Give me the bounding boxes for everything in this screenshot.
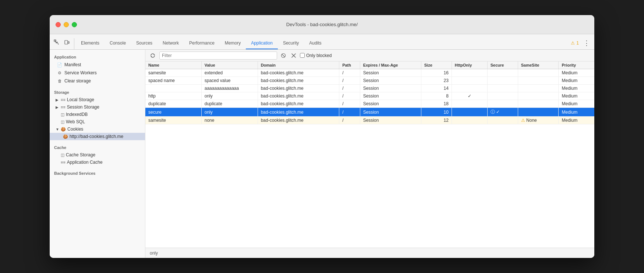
clear-icon[interactable] — [290, 52, 298, 60]
cookies-label: Cookies — [67, 127, 83, 132]
indexeddb-label: IndexedDB — [66, 112, 88, 117]
table-cell — [452, 85, 487, 92]
sidebar-item-session-storage[interactable]: ≡≡ Session Storage — [50, 103, 145, 111]
table-row[interactable]: aaaaaaaaaaaaaabad-cookies.glitch.me/Sess… — [145, 85, 594, 92]
sidebar-item-cache-storage[interactable]: ◫ Cache Storage — [50, 151, 145, 159]
minimize-button[interactable] — [64, 22, 69, 27]
col-size[interactable]: Size — [421, 61, 452, 69]
sidebar-section-application: Application — [50, 53, 145, 61]
col-path[interactable]: Path — [339, 61, 360, 69]
table-row[interactable]: samesitenonebad-cookies.glitch.me/Sessio… — [145, 117, 594, 124]
tab-sources[interactable]: Sources — [131, 38, 158, 49]
sidebar-item-cookie-url[interactable]: 🍪 http://bad-cookies.glitch.me — [50, 133, 145, 140]
block-icon[interactable] — [279, 52, 287, 60]
table-cell: bad-cookies.glitch.me — [258, 77, 339, 85]
cookies-table-body: samesiteextendedbad-cookies.glitch.me/Se… — [145, 69, 594, 124]
table-cell — [518, 108, 559, 117]
table-cell: bad-cookies.glitch.me — [258, 117, 339, 124]
service-workers-label: Service Workers — [64, 70, 97, 75]
table-row[interactable]: duplicateduplicatebad-cookies.glitch.me/… — [145, 100, 594, 108]
sidebar-item-service-workers[interactable]: ⚙ Service Workers — [50, 69, 145, 77]
sidebar-section-background: Background Services — [50, 169, 145, 177]
col-domain[interactable]: Domain — [258, 61, 339, 69]
col-httponly[interactable]: HttpOnly — [452, 61, 487, 69]
tab-memory[interactable]: Memory — [220, 38, 246, 49]
table-cell: 14 — [421, 85, 452, 92]
table-row[interactable]: httponlybad-cookies.glitch.me/Session8✓M… — [145, 92, 594, 100]
sidebar-item-clear-storage[interactable]: 🗑 Clear storage — [50, 77, 145, 85]
col-samesite[interactable]: SameSite — [518, 61, 559, 69]
devtools-icons — [53, 38, 74, 49]
session-storage-arrow — [56, 105, 59, 109]
only-blocked-label[interactable]: Only blocked — [300, 53, 332, 58]
sidebar-item-cookies[interactable]: 🍪 Cookies — [50, 125, 145, 133]
table-cell: http — [145, 92, 201, 100]
table-cell: 12 — [421, 117, 452, 124]
warning-badge[interactable]: ⚠ 1 — [571, 40, 579, 46]
table-cell: bad-cookies.glitch.me — [258, 100, 339, 108]
tab-performance[interactable]: Performance — [184, 38, 220, 49]
maximize-button[interactable] — [72, 22, 77, 27]
table-cell: extended — [201, 69, 258, 77]
inspect-icon[interactable] — [53, 38, 61, 46]
table-cell: bad-cookies.glitch.me — [258, 108, 339, 117]
manifest-label: Manifest — [64, 62, 81, 67]
warning-count: 1 — [576, 40, 579, 46]
device-icon[interactable] — [63, 38, 71, 46]
sidebar-item-application-cache[interactable]: ≡≡ Application Cache — [50, 159, 145, 166]
application-cache-icon: ≡≡ — [61, 160, 66, 164]
table-cell — [452, 100, 487, 108]
refresh-button[interactable] — [148, 51, 157, 60]
table-row[interactable]: secureonlybad-cookies.glitch.me/Session1… — [145, 108, 594, 117]
table-cell: only — [201, 92, 258, 100]
sidebar-item-local-storage[interactable]: ≡≡ Local Storage — [50, 96, 145, 103]
clear-storage-icon: 🗑 — [57, 79, 62, 83]
col-name[interactable]: Name — [145, 61, 201, 69]
table-cell — [487, 117, 518, 124]
sidebar: Application 📄 Manifest ⚙ Service Workers… — [50, 50, 145, 258]
table-cell: Medium — [559, 100, 594, 108]
bottom-value: only — [150, 251, 158, 256]
table-cell: Medium — [559, 92, 594, 100]
col-priority[interactable]: Priority — [559, 61, 594, 69]
session-storage-label: Session Storage — [67, 104, 99, 110]
tab-console[interactable]: Console — [105, 38, 131, 49]
bottom-bar: only — [145, 248, 594, 258]
col-expires[interactable]: Expires / Max-Age — [360, 61, 421, 69]
table-cell — [452, 108, 487, 117]
table-cell: samesite — [145, 69, 201, 77]
tab-audits[interactable]: Audits — [304, 38, 326, 49]
table-row[interactable]: samesiteextendedbad-cookies.glitch.me/Se… — [145, 69, 594, 77]
sidebar-item-web-sql[interactable]: ◫ Web SQL — [50, 118, 145, 125]
web-sql-label: Web SQL — [66, 119, 85, 124]
col-secure[interactable]: Secure — [487, 61, 518, 69]
sidebar-item-manifest[interactable]: 📄 Manifest — [50, 61, 145, 69]
table-cell — [487, 77, 518, 85]
table-cell: ⚠ None — [518, 117, 559, 124]
more-button[interactable]: ⋮ — [582, 39, 591, 47]
table-cell: / — [339, 69, 360, 77]
tab-elements[interactable]: Elements — [76, 38, 105, 49]
close-button[interactable] — [56, 22, 61, 27]
tab-application[interactable]: Application — [246, 38, 278, 49]
cookies-icon: 🍪 — [61, 127, 66, 132]
warning-icon: ⚠ — [571, 40, 575, 46]
table-cell: only — [201, 108, 258, 117]
tab-network[interactable]: Network — [158, 38, 184, 49]
col-value[interactable]: Value — [201, 61, 258, 69]
sidebar-item-indexeddb[interactable]: ◫ IndexedDB — [50, 111, 145, 118]
table-row[interactable]: spaced namespaced valuebad-cookies.glitc… — [145, 77, 594, 85]
table-cell: none — [201, 117, 258, 124]
tab-security[interactable]: Security — [278, 38, 304, 49]
table-cell — [518, 92, 559, 100]
table-cell: Medium — [559, 117, 594, 124]
filter-input[interactable] — [159, 52, 277, 60]
devtools-window: DevTools - bad-cookies.glitch.me/ Elemen… — [50, 15, 594, 258]
local-storage-arrow — [56, 98, 59, 102]
table-cell — [487, 85, 518, 92]
table-cell — [518, 69, 559, 77]
table-cell: / — [339, 77, 360, 85]
table-cell: Medium — [559, 69, 594, 77]
only-blocked-checkbox[interactable] — [300, 53, 305, 58]
table-cell: / — [339, 117, 360, 124]
